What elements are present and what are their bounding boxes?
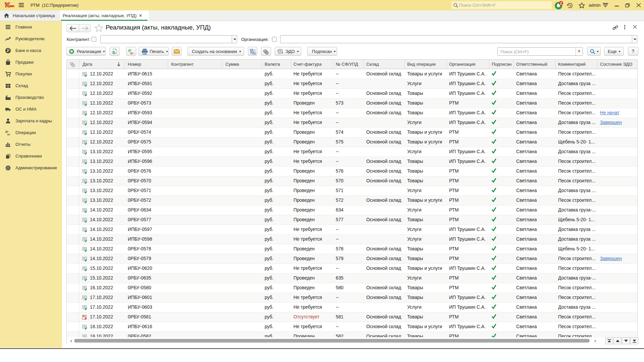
svg-text:Кт: Кт <box>130 52 133 55</box>
svg-text:2: 2 <box>560 1 562 5</box>
svg-text:Кт: Кт <box>7 133 10 136</box>
